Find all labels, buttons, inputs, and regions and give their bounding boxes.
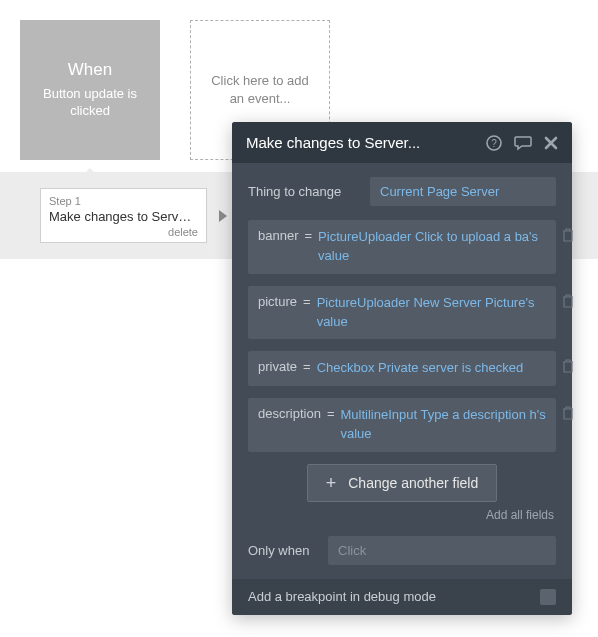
field-name-description: description xyxy=(258,406,321,421)
breakpoint-checkbox[interactable] xyxy=(540,589,556,605)
delete-field-description-icon[interactable] xyxy=(562,406,574,420)
only-when-label: Only when xyxy=(248,543,318,558)
add-event-text: Click here to add an event... xyxy=(203,72,317,108)
field-block-picture[interactable]: picture = PictureUploader New Server Pic… xyxy=(248,286,556,340)
field-block-description[interactable]: description = MultilineInput Type a desc… xyxy=(248,398,556,452)
change-another-wrap: + Change another field xyxy=(248,464,556,502)
step-forward-icon[interactable] xyxy=(215,208,231,224)
plus-icon: + xyxy=(326,474,337,492)
step-card[interactable]: Step 1 Make changes to Server... delete xyxy=(40,188,207,243)
delete-field-picture-icon[interactable] xyxy=(562,294,574,308)
event-when-box[interactable]: When Button update is clicked xyxy=(20,20,160,160)
only-when-row: Only when Click xyxy=(248,536,556,565)
field-expr-description[interactable]: MultilineInput Type a description h's va… xyxy=(340,406,546,444)
comment-icon[interactable] xyxy=(514,135,532,151)
only-when-placeholder-text: Click xyxy=(338,543,366,558)
breakpoint-label: Add a breakpoint in debug mode xyxy=(248,589,436,604)
field-name-banner: banner xyxy=(258,228,298,243)
add-all-fields-link[interactable]: Add all fields xyxy=(248,508,554,522)
event-when-text: Button update is clicked xyxy=(32,86,148,120)
editor-footer: Add a breakpoint in debug mode xyxy=(232,579,572,615)
editor-body: Thing to change Current Page Server bann… xyxy=(232,163,572,579)
change-another-field-button[interactable]: + Change another field xyxy=(307,464,498,502)
svg-text:?: ? xyxy=(491,138,497,149)
delete-field-banner-icon[interactable] xyxy=(562,228,574,242)
field-block-banner[interactable]: banner = PictureUploader Click to upload… xyxy=(248,220,556,274)
property-editor-panel: Make changes to Server... ? Thing to cha… xyxy=(232,122,572,615)
equals-sign: = xyxy=(303,294,311,309)
equals-sign: = xyxy=(304,228,312,243)
editor-header-icons: ? xyxy=(486,135,558,151)
step-delete-link[interactable]: delete xyxy=(49,226,198,238)
thing-to-change-row: Thing to change Current Page Server xyxy=(248,177,556,206)
event-pointer-notch xyxy=(82,168,98,176)
field-expr-private[interactable]: Checkbox Private server is checked xyxy=(317,359,546,378)
thing-to-change-value[interactable]: Current Page Server xyxy=(370,177,556,206)
field-block-private[interactable]: private = Checkbox Private server is che… xyxy=(248,351,556,386)
only-when-input[interactable]: Click xyxy=(328,536,556,565)
field-name-private: private xyxy=(258,359,297,374)
equals-sign: = xyxy=(303,359,311,374)
delete-field-private-icon[interactable] xyxy=(562,359,574,373)
change-another-label: Change another field xyxy=(348,475,478,491)
help-icon[interactable]: ? xyxy=(486,135,502,151)
thing-to-change-label: Thing to change xyxy=(248,184,360,199)
step-title: Make changes to Server... xyxy=(49,209,198,224)
step-number: Step 1 xyxy=(49,195,198,207)
close-icon[interactable] xyxy=(544,136,558,150)
field-expr-picture[interactable]: PictureUploader New Server Picture's val… xyxy=(317,294,546,332)
field-name-picture: picture xyxy=(258,294,297,309)
editor-title: Make changes to Server... xyxy=(246,134,420,151)
field-expr-banner[interactable]: PictureUploader Click to upload a ba's v… xyxy=(318,228,546,266)
event-when-title: When xyxy=(68,60,112,80)
editor-header: Make changes to Server... ? xyxy=(232,122,572,163)
equals-sign: = xyxy=(327,406,335,421)
